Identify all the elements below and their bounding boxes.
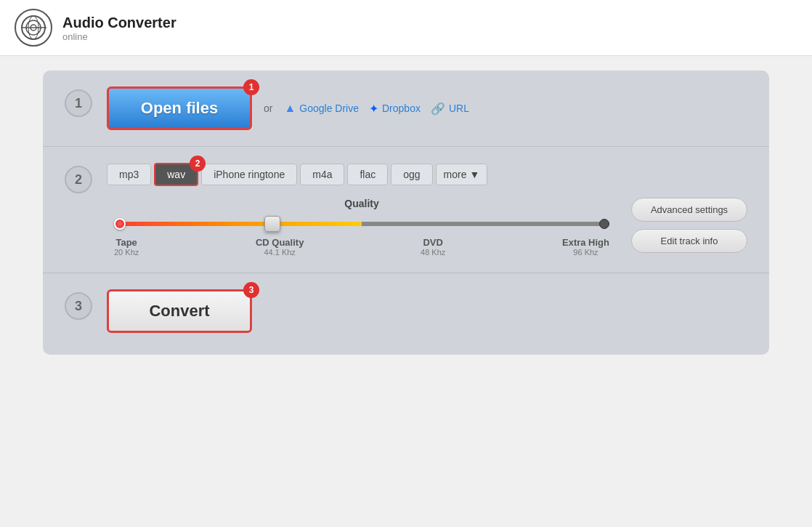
quality-mark-tape: Tape 20 Khz [114, 237, 139, 257]
format-tab-m4a[interactable]: m4a [300, 164, 344, 185]
section-2-content: mp3 wav 2 iPhone ringtone m4a flac ogg m… [107, 163, 747, 257]
extra-high-freq: 96 Khz [562, 248, 609, 257]
section-3-content: Convert 3 [107, 289, 747, 333]
cloud-links: ▲ Google Drive ✦ Dropbox 🔗 URL [284, 102, 468, 116]
edit-track-info-button[interactable]: Edit track info [631, 229, 747, 253]
section-2: 2 mp3 wav 2 iPhone ringtone m4a flac ogg… [43, 147, 769, 273]
url-label: URL [449, 102, 469, 114]
quality-slider-container: Quality Tape 20 Khz [107, 198, 617, 257]
header: Audio Converter online [0, 0, 812, 56]
step-2-circle: 2 [65, 166, 92, 193]
section-1: 1 Open files 1 or ▲ Google Drive ✦ Dropb… [43, 71, 769, 147]
google-drive-label: Google Drive [299, 102, 359, 114]
header-text: Audio Converter online [62, 14, 176, 42]
open-files-badge: 1 [243, 79, 259, 95]
app-subtitle: online [62, 31, 176, 42]
format-tab-ogg[interactable]: ogg [391, 164, 432, 185]
format-badge: 2 [190, 156, 206, 172]
google-drive-icon: ▲ [284, 102, 296, 115]
tape-label: Tape [114, 237, 139, 248]
more-arrow-icon: ▼ [470, 169, 480, 180]
convert-badge: 3 [243, 282, 259, 298]
convert-wrapper: Convert 3 [107, 289, 252, 333]
format-tabs-row: mp3 wav 2 iPhone ringtone m4a flac ogg m… [107, 163, 747, 186]
right-buttons: Advanced settings Edit track info [631, 198, 747, 253]
quality-mark-cd: CD Quality 44.1 Khz [256, 237, 304, 257]
logo-icon [20, 15, 46, 41]
open-files-row: Open files 1 or ▲ Google Drive ✦ Dropbox… [107, 87, 747, 130]
format-tab-more[interactable]: more ▼ [436, 164, 488, 185]
dvd-label: DVD [421, 237, 445, 248]
wav-tab-wrapper: wav 2 [154, 163, 198, 186]
main-container: 1 Open files 1 or ▲ Google Drive ✦ Dropb… [43, 71, 769, 355]
dropbox-link[interactable]: ✦ Dropbox [369, 102, 421, 116]
dropbox-icon: ✦ [369, 102, 378, 116]
format-tab-mp3[interactable]: mp3 [107, 164, 151, 185]
quality-label: Quality [107, 198, 617, 209]
step-3-circle: 3 [65, 292, 92, 320]
tape-freq: 20 Khz [114, 248, 139, 257]
quality-area: Quality Tape 20 Khz [107, 198, 747, 257]
convert-button[interactable]: Convert [107, 289, 252, 333]
dvd-freq: 48 Khz [421, 248, 445, 257]
slider-left-thumb[interactable] [114, 218, 126, 230]
open-files-wrapper: Open files 1 [107, 87, 252, 130]
dropbox-label: Dropbox [382, 102, 421, 114]
link-icon: 🔗 [431, 102, 445, 116]
more-label: more [444, 169, 467, 180]
quality-mark-extra-high: Extra High 96 Khz [562, 237, 609, 257]
slider-track-wrapper [114, 217, 609, 231]
step-1-circle: 1 [65, 89, 92, 117]
slider-main-thumb[interactable] [264, 216, 280, 232]
slider-right-thumb[interactable] [599, 219, 609, 229]
quality-marks: Tape 20 Khz CD Quality 44.1 Khz DVD 48 K… [107, 237, 617, 257]
url-link[interactable]: 🔗 URL [431, 102, 469, 116]
format-tab-flac[interactable]: flac [347, 164, 388, 185]
google-drive-link[interactable]: ▲ Google Drive [284, 102, 359, 115]
slider-track [114, 222, 609, 226]
extra-high-label: Extra High [562, 237, 609, 248]
cd-freq: 44.1 Khz [256, 248, 304, 257]
app-title: Audio Converter [62, 14, 176, 31]
app-logo [15, 9, 52, 47]
open-files-button[interactable]: Open files [107, 87, 252, 130]
format-tab-iphone-ringtone[interactable]: iPhone ringtone [201, 164, 297, 185]
or-text: or [264, 102, 272, 114]
section-3: 3 Convert 3 [43, 273, 769, 355]
advanced-settings-button[interactable]: Advanced settings [631, 198, 747, 222]
quality-mark-dvd: DVD 48 Khz [421, 237, 445, 257]
section-1-content: Open files 1 or ▲ Google Drive ✦ Dropbox… [107, 87, 747, 130]
cd-label: CD Quality [256, 237, 304, 248]
